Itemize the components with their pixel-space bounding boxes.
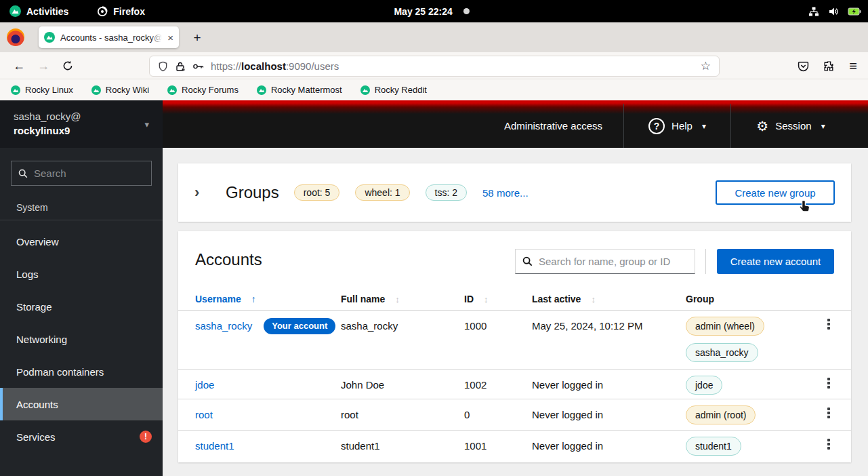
sidebar-item-networking[interactable]: Networking: [0, 323, 163, 355]
more-groups-link[interactable]: 58 more...: [482, 187, 529, 199]
table-row-student1: student1 student1 1001 Never logged in s…: [178, 431, 851, 462]
groups-panel: › Groups root: 5 wheel: 1 tss: 2 58 more…: [178, 163, 851, 222]
column-label: Last active: [532, 294, 581, 304]
bookmark-label: Rocky Linux: [25, 85, 73, 95]
group-pill: sasha_rocky: [686, 343, 758, 362]
row-actions-kebab-icon[interactable]: [815, 399, 851, 424]
column-header-full-name[interactable]: Full name ↕: [341, 288, 464, 310]
search-icon: [18, 169, 28, 178]
row-actions-kebab-icon[interactable]: [815, 311, 851, 362]
session-label: Session: [775, 120, 811, 132]
username-link[interactable]: root: [195, 408, 213, 422]
browser-tab-accounts[interactable]: Accounts - sasha_rocky@ ×: [39, 26, 179, 48]
group-cell: admin (wheel) sasha_rocky: [686, 311, 815, 362]
administrative-access-label: Administrative access: [504, 120, 602, 132]
sidebar-hostname: rockylinux9: [14, 125, 149, 136]
toolbar-divider: [705, 249, 706, 274]
system-status-area[interactable]: [808, 0, 861, 22]
url-bar[interactable]: https://localhost:9090/users ☆: [149, 56, 720, 77]
bookmark-rocky-mattermost[interactable]: Rocky Mattermost: [257, 85, 342, 95]
pocket-icon[interactable]: [794, 57, 812, 75]
bookmark-rocky-linux[interactable]: Rocky Linux: [11, 85, 73, 95]
username-link[interactable]: student1: [195, 439, 234, 453]
help-question-icon: ?: [648, 118, 665, 134]
extensions-puzzle-icon[interactable]: [820, 57, 838, 75]
column-header-id[interactable]: ID ↕: [464, 288, 532, 310]
row-actions-kebab-icon[interactable]: [815, 431, 851, 456]
expand-groups-chevron-icon[interactable]: ›: [194, 184, 209, 201]
last-active-cell: Never logged in: [532, 431, 686, 456]
sidebar-item-label: Logs: [16, 269, 39, 280]
sidebar-item-label: Podman containers: [16, 366, 104, 378]
rocky-favicon-icon: [257, 85, 266, 95]
column-label: Username: [195, 294, 241, 304]
accounts-search-field[interactable]: [515, 249, 695, 274]
bookmark-label: Rocky Forums: [182, 85, 239, 95]
nav-section-system: System: [16, 202, 48, 213]
your-account-badge: Your account: [264, 318, 335, 334]
bookmark-rocky-reddit[interactable]: Rocky Reddit: [360, 85, 427, 95]
help-menu-button[interactable]: ? Help ▾: [624, 104, 730, 148]
id-cell: 1002: [464, 370, 532, 395]
sidebar-divider: [0, 220, 163, 220]
firefox-nav-bar: ← → https://localhost:9090/users ☆ ≡: [0, 52, 868, 79]
rocky-logo-icon: [9, 5, 21, 17]
key-icon[interactable]: [192, 61, 204, 72]
sidebar-item-accounts[interactable]: Accounts: [0, 388, 163, 420]
sidebar-nav: Overview Logs Storage Networking Podman …: [0, 225, 163, 453]
firefox-appmenu-label: Firefox: [113, 6, 145, 17]
create-new-group-button[interactable]: Create new group: [716, 180, 835, 205]
menu-hamburger-icon[interactable]: ≡: [844, 57, 862, 75]
column-header-username[interactable]: Username ↑: [195, 288, 341, 310]
reload-button[interactable]: [58, 56, 77, 75]
cockpit-sidebar: sasha_rocky@ rockylinux9 ▾ Search System…: [0, 100, 163, 476]
sidebar-item-podman-containers[interactable]: Podman containers: [0, 355, 163, 388]
help-label: Help: [671, 120, 693, 132]
url-host: localhost: [241, 60, 286, 72]
cockpit-masthead: Administrative access ? Help ▾ ⚙ Session…: [163, 100, 868, 148]
groups-title: Groups: [226, 183, 279, 202]
username-cell: student1: [195, 431, 341, 456]
bookmark-rocky-wiki[interactable]: Rocky Wiki: [91, 85, 149, 95]
sidebar-item-overview[interactable]: Overview: [0, 225, 163, 258]
accounts-search-input[interactable]: [539, 256, 688, 267]
activities-button[interactable]: Activities: [0, 5, 68, 17]
sidebar-item-storage[interactable]: Storage: [0, 290, 163, 323]
group-badge-root: root: 5: [294, 184, 340, 201]
firefox-appmenu-button[interactable]: Firefox: [97, 6, 145, 17]
host-switcher[interactable]: sasha_rocky@ rockylinux9 ▾: [0, 100, 163, 148]
lock-warning-icon[interactable]: [175, 61, 186, 72]
group-badge-wheel: wheel: 1: [355, 184, 409, 201]
bookmark-star-icon[interactable]: ☆: [701, 59, 711, 73]
url-scheme: https://: [211, 60, 241, 72]
firefox-mono-icon: [97, 6, 108, 17]
new-tab-button[interactable]: +: [188, 29, 206, 47]
shield-icon[interactable]: [158, 61, 168, 72]
create-new-account-button[interactable]: Create new account: [717, 249, 834, 274]
column-header-last-active[interactable]: Last active ↕: [532, 288, 686, 310]
sidebar-search-input[interactable]: Search: [11, 161, 152, 186]
rocky-favicon-icon: [11, 85, 20, 95]
chevron-down-icon: ▾: [821, 121, 825, 131]
accounts-title: Accounts: [195, 250, 262, 269]
back-button[interactable]: ←: [9, 56, 28, 75]
url-text: https://localhost:9090/users: [211, 60, 694, 72]
sidebar-item-logs[interactable]: Logs: [0, 258, 163, 290]
bookmark-rocky-forums[interactable]: Rocky Forums: [167, 85, 239, 95]
tab-close-icon[interactable]: ×: [167, 33, 173, 43]
row-actions-kebab-icon[interactable]: [815, 370, 851, 395]
username-link[interactable]: sasha_rocky: [195, 319, 252, 333]
sidebar-item-services[interactable]: Services !: [0, 420, 163, 453]
gnome-top-bar: Activities Firefox May 25 22:24: [0, 0, 868, 22]
session-menu-button[interactable]: ⚙ Session ▾: [731, 104, 850, 148]
group-cell: jdoe: [686, 370, 815, 395]
column-header-group: Group: [686, 288, 815, 310]
administrative-access-button[interactable]: Administrative access: [483, 104, 623, 148]
last-active-cell: Never logged in: [532, 399, 686, 424]
username-link[interactable]: jdoe: [195, 378, 214, 392]
rocky-favicon-icon: [167, 85, 177, 95]
username-cell: root: [195, 399, 341, 424]
forward-button[interactable]: →: [34, 56, 53, 75]
sort-ascending-icon: ↑: [251, 294, 256, 304]
clock-button[interactable]: May 25 22:24: [394, 6, 469, 17]
